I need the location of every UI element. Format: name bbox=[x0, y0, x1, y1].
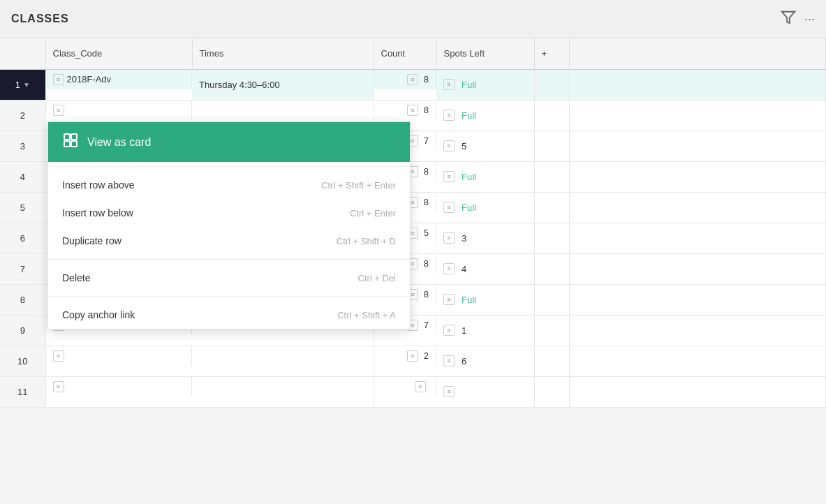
spots-left-cell: ≡Full bbox=[436, 192, 534, 223]
row-number: 2 bbox=[20, 110, 25, 121]
extra-cell bbox=[569, 161, 826, 192]
add-cell bbox=[534, 376, 569, 407]
ctx-item-label: Delete bbox=[62, 272, 90, 283]
spots-left-cell: ≡ bbox=[436, 376, 534, 407]
class-code-cell[interactable]: ≡2018F-Adv bbox=[46, 70, 193, 89]
col-header-class-code[interactable]: Class_Code bbox=[45, 38, 192, 69]
context-menu-items: Insert row above Ctrl + Shift + Enter In… bbox=[48, 171, 410, 329]
ctx-item-label: Copy anchor link bbox=[62, 309, 135, 320]
expand-row-icon[interactable]: ≡ bbox=[53, 74, 64, 85]
filter-icon[interactable] bbox=[781, 10, 796, 29]
times-cell[interactable]: Thursday 4:30–6:00 bbox=[192, 69, 374, 100]
spots-expand-icon: ≡ bbox=[443, 171, 455, 182]
row-number-cell: 4 bbox=[0, 161, 45, 192]
app-title: CLASSES bbox=[11, 13, 69, 25]
svg-rect-1 bbox=[64, 134, 70, 140]
col-header-spots-left[interactable]: Spots Left bbox=[436, 38, 534, 69]
ctx-item-label: Duplicate row bbox=[62, 235, 121, 246]
svg-rect-3 bbox=[64, 141, 70, 147]
count-expand-icon: ≡ bbox=[407, 350, 418, 362]
extra-cell bbox=[569, 223, 826, 253]
expand-row-icon[interactable]: ≡ bbox=[53, 105, 64, 116]
spots-left-cell: ≡Full bbox=[436, 161, 534, 192]
view-card-label: View as card bbox=[87, 136, 151, 149]
row-number: 6 bbox=[20, 233, 25, 244]
count-value: 7 bbox=[424, 135, 429, 146]
context-menu-item-4[interactable]: Copy anchor link Ctrl + Shift + A bbox=[48, 301, 410, 329]
context-menu-item-3[interactable]: Delete Ctrl + Del bbox=[48, 264, 410, 292]
row-number-cell: 10 bbox=[0, 346, 45, 376]
spots-expand-icon: ≡ bbox=[443, 140, 455, 151]
row-dropdown-button[interactable]: ▼ bbox=[23, 81, 30, 89]
col-header-extra bbox=[569, 38, 826, 69]
svg-rect-4 bbox=[71, 141, 77, 147]
col-header-count[interactable]: Count bbox=[374, 38, 436, 69]
extra-cell bbox=[569, 346, 826, 376]
times-cell[interactable] bbox=[192, 376, 374, 407]
class-code-value: 2018F-Adv bbox=[67, 74, 112, 84]
spots-left-cell: ≡Full bbox=[436, 69, 534, 100]
extra-cell bbox=[569, 192, 826, 223]
spots-expand-icon: ≡ bbox=[443, 386, 455, 397]
app-header: CLASSES ··· bbox=[0, 0, 826, 38]
spots-left-value: Full bbox=[462, 202, 476, 213]
spots-left-value: 5 bbox=[462, 141, 466, 151]
times-cell[interactable] bbox=[192, 346, 374, 376]
count-value: 8 bbox=[424, 166, 429, 177]
row-number-cell: 8 bbox=[0, 284, 45, 315]
col-header-times[interactable]: Times bbox=[192, 38, 374, 69]
row-number: 8 bbox=[20, 295, 25, 305]
extra-cell bbox=[569, 315, 826, 346]
context-menu-item-0[interactable]: Insert row above Ctrl + Shift + Enter bbox=[48, 171, 410, 199]
table-wrapper: Class_Code Times Count Spots Left + 1 ▼ … bbox=[0, 38, 826, 408]
spots-left-value: Full bbox=[462, 295, 476, 305]
class-code-cell[interactable]: ≡ bbox=[46, 101, 193, 120]
more-options-icon[interactable]: ··· bbox=[804, 12, 815, 27]
spots-expand-icon: ≡ bbox=[443, 263, 455, 274]
spots-left-cell: ≡4 bbox=[436, 253, 534, 284]
context-menu-divider-1 bbox=[48, 166, 410, 167]
ctx-item-label: Insert row below bbox=[62, 207, 133, 218]
context-menu-view-card[interactable]: View as card bbox=[48, 122, 410, 162]
svg-marker-0 bbox=[782, 11, 795, 23]
class-code-cell[interactable]: ≡ bbox=[46, 346, 193, 366]
context-menu-item-1[interactable]: Insert row below Ctrl + Enter bbox=[48, 199, 410, 227]
expand-row-icon[interactable]: ≡ bbox=[53, 350, 64, 362]
count-value: 2 bbox=[424, 350, 429, 361]
context-menu-item-2[interactable]: Duplicate row Ctrl + Shift + D bbox=[48, 227, 410, 255]
row-number: 1 bbox=[15, 80, 20, 90]
spots-expand-icon: ≡ bbox=[443, 355, 455, 366]
ctx-item-shortcut: Ctrl + Shift + A bbox=[337, 310, 396, 320]
count-cell: ≡8 bbox=[374, 70, 437, 89]
add-cell bbox=[534, 161, 569, 192]
expand-row-icon[interactable]: ≡ bbox=[53, 381, 64, 392]
spots-expand-icon: ≡ bbox=[443, 325, 455, 336]
add-column-button[interactable]: + bbox=[534, 38, 569, 69]
spots-left-value: 3 bbox=[462, 233, 466, 244]
count-cell: ≡ bbox=[374, 377, 437, 396]
extra-cell bbox=[569, 131, 826, 161]
table-header-row: Class_Code Times Count Spots Left + bbox=[0, 38, 826, 69]
ctx-item-shortcut: Ctrl + Shift + D bbox=[337, 236, 396, 246]
spots-expand-icon: ≡ bbox=[443, 232, 455, 244]
spots-left-cell: ≡1 bbox=[436, 315, 534, 346]
row-number: 11 bbox=[17, 387, 27, 397]
row-number: 5 bbox=[20, 202, 25, 213]
add-cell bbox=[534, 192, 569, 223]
context-menu: View as card Insert row above Ctrl + Shi… bbox=[47, 121, 411, 329]
svg-rect-2 bbox=[71, 134, 77, 140]
count-expand-icon: ≡ bbox=[407, 105, 418, 116]
spots-left-cell: ≡6 bbox=[436, 346, 534, 376]
spots-left-value: 6 bbox=[462, 356, 466, 366]
count-cell: ≡8 bbox=[374, 101, 437, 120]
class-code-cell[interactable]: ≡ bbox=[46, 377, 193, 396]
row-number: 9 bbox=[20, 325, 25, 336]
spots-left-value: Full bbox=[462, 80, 476, 90]
count-expand-icon: ≡ bbox=[407, 74, 418, 85]
row-number: 7 bbox=[20, 264, 25, 274]
add-cell bbox=[534, 346, 569, 376]
count-value: 8 bbox=[424, 74, 429, 84]
spots-left-value: 1 bbox=[462, 325, 466, 336]
row-number: 4 bbox=[20, 172, 25, 182]
spots-left-value: 4 bbox=[462, 264, 466, 274]
